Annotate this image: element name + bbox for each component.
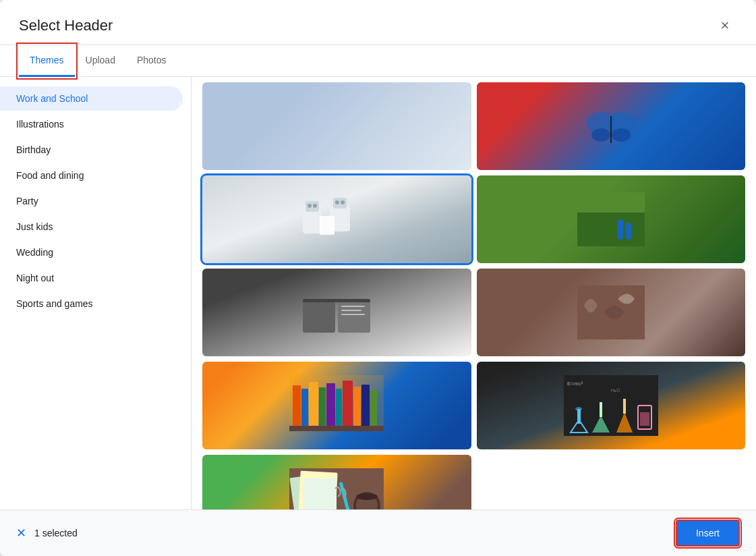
svg-rect-36 bbox=[370, 390, 377, 426]
sidebar-item-just-kids[interactable]: Just kids bbox=[0, 215, 183, 239]
image-overlay-6 bbox=[477, 269, 746, 356]
image-overlay-4 bbox=[477, 175, 746, 263]
svg-rect-10 bbox=[333, 198, 347, 208]
svg-rect-33 bbox=[343, 381, 353, 426]
sidebar: Work and School Illustrations Birthday F… bbox=[0, 77, 192, 509]
image-overlay-5 bbox=[202, 269, 471, 356]
svg-rect-28 bbox=[301, 389, 308, 426]
svg-rect-19 bbox=[338, 299, 370, 333]
footer-left: ✕ 1 selected bbox=[16, 526, 78, 540]
svg-rect-15 bbox=[577, 192, 645, 213]
svg-rect-42 bbox=[600, 402, 602, 417]
sidebar-item-night-out[interactable]: Night out bbox=[0, 266, 183, 290]
image-card-7[interactable] bbox=[202, 362, 471, 449]
image-overlay-2 bbox=[477, 82, 746, 170]
svg-rect-5 bbox=[303, 209, 322, 233]
image-card-6[interactable] bbox=[477, 269, 746, 356]
dialog-title: Select Header bbox=[19, 17, 113, 34]
insert-button[interactable]: Insert bbox=[676, 520, 740, 547]
svg-point-56 bbox=[356, 493, 378, 500]
sidebar-item-illustrations[interactable]: Illustrations bbox=[0, 112, 183, 136]
sidebar-item-sports-games[interactable]: Sports and games bbox=[0, 291, 183, 316]
content-area: Work and School Illustrations Birthday F… bbox=[0, 77, 756, 509]
images-grid: E=mc² H₂O bbox=[192, 77, 756, 509]
select-header-dialog: Select Header × Themes Upload Photos Wor… bbox=[0, 0, 756, 556]
image-card-4[interactable] bbox=[477, 175, 746, 263]
image-overlay-8: E=mc² H₂O bbox=[477, 362, 746, 449]
wood-icon bbox=[577, 285, 645, 339]
footer: ✕ 1 selected Insert bbox=[0, 509, 756, 556]
science-icon: E=mc² H₂O bbox=[564, 375, 658, 436]
bookshelf-icon bbox=[289, 375, 384, 436]
svg-rect-13 bbox=[320, 216, 335, 235]
dialog-header: Select Header × bbox=[0, 0, 756, 45]
image-card-9[interactable] bbox=[202, 455, 471, 509]
svg-rect-27 bbox=[293, 385, 301, 426]
tab-upload[interactable]: Upload bbox=[75, 45, 126, 77]
svg-rect-17 bbox=[626, 223, 631, 240]
svg-point-7 bbox=[308, 204, 312, 208]
close-button[interactable]: × bbox=[713, 13, 737, 38]
svg-rect-29 bbox=[309, 382, 318, 426]
svg-rect-16 bbox=[618, 219, 623, 240]
book-icon bbox=[299, 285, 374, 339]
svg-rect-44 bbox=[623, 399, 626, 414]
selected-count-label: 1 selected bbox=[34, 528, 78, 538]
image-overlay-9 bbox=[202, 455, 471, 509]
image-card-8[interactable]: E=mc² H₂O bbox=[477, 362, 746, 449]
image-overlay-7 bbox=[202, 362, 471, 449]
svg-text:E=mc²: E=mc² bbox=[567, 381, 583, 387]
tabs-row: Themes Upload Photos bbox=[0, 45, 756, 77]
svg-point-2 bbox=[591, 128, 610, 142]
svg-rect-25 bbox=[289, 426, 384, 431]
sidebar-item-food-dining[interactable]: Food and dining bbox=[0, 163, 183, 188]
svg-point-11 bbox=[335, 200, 339, 204]
svg-text:H₂O: H₂O bbox=[611, 388, 620, 393]
tab-photos[interactable]: Photos bbox=[126, 45, 177, 77]
svg-rect-52 bbox=[303, 478, 337, 509]
svg-point-12 bbox=[341, 200, 345, 204]
svg-rect-18 bbox=[303, 299, 335, 333]
robots-icon bbox=[296, 189, 377, 250]
sidebar-item-party[interactable]: Party bbox=[0, 189, 183, 213]
svg-rect-39 bbox=[577, 409, 581, 424]
svg-rect-31 bbox=[326, 383, 335, 426]
svg-rect-22 bbox=[341, 310, 361, 311]
tab-themes[interactable]: Themes bbox=[19, 45, 75, 77]
image-card-5[interactable] bbox=[202, 269, 471, 356]
image-overlay-3 bbox=[202, 175, 471, 263]
sidebar-item-work-school[interactable]: Work and School bbox=[0, 86, 183, 111]
image-card-1[interactable] bbox=[202, 82, 471, 170]
svg-point-3 bbox=[612, 128, 631, 142]
papers-icon bbox=[289, 468, 384, 509]
sidebar-item-wedding[interactable]: Wedding bbox=[0, 240, 183, 265]
svg-point-8 bbox=[313, 204, 317, 208]
butterfly-icon bbox=[584, 103, 638, 150]
close-icon: × bbox=[721, 18, 730, 33]
grass-icon bbox=[577, 192, 645, 246]
image-overlay-1 bbox=[202, 82, 471, 170]
image-card-3[interactable] bbox=[202, 175, 471, 263]
svg-rect-32 bbox=[336, 389, 342, 426]
svg-rect-21 bbox=[341, 306, 365, 307]
sidebar-item-birthday[interactable]: Birthday bbox=[0, 138, 183, 162]
clear-icon: ✕ bbox=[16, 526, 26, 540]
svg-rect-23 bbox=[341, 314, 365, 315]
image-card-2[interactable] bbox=[477, 82, 746, 170]
svg-rect-46 bbox=[640, 412, 649, 426]
svg-rect-30 bbox=[319, 387, 326, 426]
svg-rect-20 bbox=[303, 299, 370, 302]
svg-point-40 bbox=[575, 407, 582, 411]
clear-selection-button[interactable]: ✕ bbox=[16, 526, 26, 540]
svg-rect-35 bbox=[361, 385, 370, 426]
svg-rect-6 bbox=[306, 201, 319, 212]
svg-rect-34 bbox=[353, 387, 361, 426]
